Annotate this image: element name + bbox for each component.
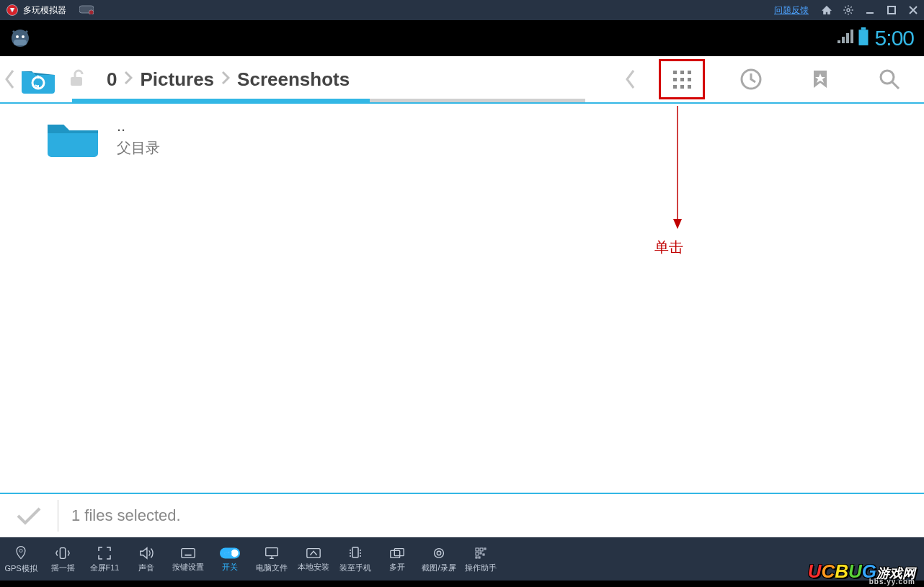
svg-rect-42 xyxy=(307,549,320,558)
svg-point-47 xyxy=(437,551,441,555)
helper-button[interactable]: 操作助手 xyxy=(460,539,502,581)
gps-button[interactable]: GPS模拟 xyxy=(0,539,42,581)
svg-point-1 xyxy=(89,9,94,14)
svg-rect-4 xyxy=(888,6,895,14)
confirm-selection-button[interactable] xyxy=(0,505,58,526)
label: 开关 xyxy=(222,562,238,573)
svg-point-28 xyxy=(19,550,22,552)
home-button[interactable] xyxy=(816,0,838,20)
keymap-button[interactable]: 按键设置 xyxy=(167,539,209,581)
svg-point-9 xyxy=(16,35,19,38)
svg-point-2 xyxy=(847,9,850,12)
svg-rect-55 xyxy=(479,557,480,558)
svg-rect-45 xyxy=(394,549,404,556)
svg-rect-53 xyxy=(483,554,484,555)
sound-button[interactable]: 声音 xyxy=(125,539,167,581)
svg-rect-16 xyxy=(680,71,684,74)
app-logo-icon xyxy=(6,4,19,17)
label: 截图/录屏 xyxy=(422,563,456,573)
annotation-label: 单击 xyxy=(654,238,683,257)
fullscreen-button[interactable]: 全屏F11 xyxy=(84,539,125,581)
app-title: 多玩模拟器 xyxy=(23,4,66,17)
label: 操作助手 xyxy=(465,563,497,573)
unlock-icon[interactable] xyxy=(68,68,88,90)
file-manager-header: 0 Pictures Screenshots xyxy=(0,56,924,102)
shake-button[interactable]: 摇一摇 xyxy=(42,539,84,581)
label: 声音 xyxy=(138,563,154,573)
separator xyxy=(58,500,58,532)
game-controller-icon[interactable] xyxy=(79,4,94,17)
svg-point-46 xyxy=(435,549,444,558)
pc-files-button[interactable]: 电脑文件 xyxy=(251,539,293,581)
svg-rect-44 xyxy=(391,550,400,557)
toggle-button[interactable]: ON 开关 xyxy=(209,539,251,581)
breadcrumb-root[interactable]: 0 xyxy=(107,68,117,91)
svg-rect-15 xyxy=(673,71,677,74)
settings-button[interactable] xyxy=(838,0,859,20)
battery-icon xyxy=(858,27,869,49)
signal-icon xyxy=(836,29,855,48)
svg-rect-52 xyxy=(480,552,481,554)
svg-rect-14 xyxy=(71,77,82,86)
install-to-phone-button[interactable]: 装至手机 xyxy=(334,539,376,581)
file-list: .. 父目录 单击 xyxy=(0,104,924,493)
svg-rect-19 xyxy=(680,78,684,81)
svg-rect-49 xyxy=(480,548,483,551)
multi-instance-button[interactable]: 多开 xyxy=(376,539,418,581)
notification-icon xyxy=(7,24,33,53)
view-grid-button[interactable] xyxy=(659,59,705,99)
svg-rect-23 xyxy=(688,85,691,89)
home-folder-button[interactable] xyxy=(19,63,58,95)
svg-rect-48 xyxy=(476,548,479,551)
svg-point-37 xyxy=(231,549,239,557)
load-progress xyxy=(72,99,585,102)
label: 本地安装 xyxy=(298,562,329,573)
parent-dir-item[interactable]: .. 父目录 xyxy=(0,104,924,165)
svg-rect-18 xyxy=(673,78,677,81)
status-clock: 5:00 xyxy=(875,26,914,50)
svg-rect-20 xyxy=(688,78,691,81)
svg-rect-39 xyxy=(266,548,278,556)
svg-rect-54 xyxy=(476,557,477,558)
label: 全屏F11 xyxy=(90,563,120,573)
history-button[interactable] xyxy=(716,56,786,102)
svg-rect-22 xyxy=(680,85,684,89)
feedback-link[interactable]: 问题反馈 xyxy=(774,4,809,17)
chevron-right-icon xyxy=(124,71,133,89)
svg-rect-17 xyxy=(688,71,691,74)
svg-point-25 xyxy=(881,71,894,84)
search-button[interactable] xyxy=(855,56,924,102)
back-button[interactable] xyxy=(4,69,14,89)
label: 摇一摇 xyxy=(51,563,75,573)
svg-line-26 xyxy=(892,82,899,89)
label: 电脑文件 xyxy=(256,563,288,573)
label: 装至手机 xyxy=(339,563,371,573)
emulator-bottom-toolbar: GPS模拟 摇一摇 全屏F11 声音 按键设置 ON 开关 电脑文件 本地安装 … xyxy=(0,537,924,581)
svg-rect-8 xyxy=(14,40,27,45)
minimize-button[interactable] xyxy=(859,0,881,20)
folder-icon xyxy=(45,117,101,158)
svg-rect-43 xyxy=(352,547,358,557)
nav-back-button[interactable] xyxy=(613,68,647,90)
svg-rect-21 xyxy=(673,85,677,89)
svg-rect-51 xyxy=(476,552,479,555)
chevron-right-icon xyxy=(221,71,230,89)
breadcrumb-pictures[interactable]: Pictures xyxy=(140,68,214,91)
bookmark-button[interactable] xyxy=(786,56,855,102)
close-button[interactable] xyxy=(902,0,924,20)
svg-point-10 xyxy=(22,35,25,38)
capture-button[interactable]: 截图/录屏 xyxy=(418,539,460,581)
file-name: .. xyxy=(117,117,160,135)
local-install-button[interactable]: 本地安装 xyxy=(293,539,334,581)
selection-text: 1 files selected. xyxy=(71,506,181,525)
maximize-button[interactable] xyxy=(881,0,902,20)
svg-rect-50 xyxy=(484,548,486,550)
label: GPS模拟 xyxy=(4,563,37,574)
breadcrumb-screenshots[interactable]: Screenshots xyxy=(237,68,350,91)
svg-rect-29 xyxy=(60,548,65,559)
svg-text:ON: ON xyxy=(225,551,232,556)
svg-rect-30 xyxy=(182,549,195,558)
selection-bar: 1 files selected. xyxy=(0,494,924,537)
file-subtitle: 父目录 xyxy=(117,138,160,158)
android-status-bar: 5:00 xyxy=(0,20,924,56)
